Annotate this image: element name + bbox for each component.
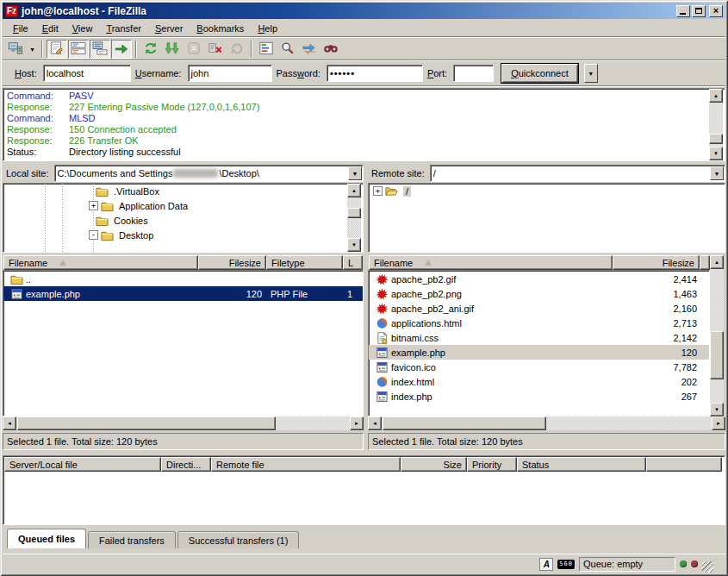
column-header-filesize[interactable]: Filesize xyxy=(198,255,266,270)
folder-icon xyxy=(101,200,114,212)
tree-item-application-data[interactable]: +Application Data xyxy=(3,198,363,213)
expand-icon[interactable]: + xyxy=(373,186,383,196)
queue-column-priority[interactable]: Priority xyxy=(467,457,517,472)
menu-edit[interactable]: Edit xyxy=(35,22,65,35)
refresh-button[interactable] xyxy=(140,40,161,59)
column-header-filetype[interactable]: Filetype xyxy=(266,255,343,270)
scroll-thumb[interactable] xyxy=(709,134,723,144)
file-row-favicon-ico[interactable]: favicon.ico7,782 xyxy=(369,360,709,374)
local-tree-scrollbar[interactable]: ▲ ▼ xyxy=(347,184,361,252)
remote-hscrollbar[interactable]: ◄ ► xyxy=(368,416,725,430)
site-manager-dropdown-icon[interactable]: ▼ xyxy=(27,40,38,59)
file-row-example-php[interactable]: example.php120PHP File1 xyxy=(3,286,363,301)
scroll-thumb[interactable] xyxy=(710,331,724,379)
file-row-apache_pb2-gif[interactable]: apache_pb2.gif2,414 xyxy=(369,272,709,286)
data-type-indicator-icon[interactable]: A xyxy=(539,558,553,571)
queue-column-server-local-file[interactable]: Server/Local file xyxy=(4,457,161,472)
quickconnect-button[interactable]: Quickconnect xyxy=(501,64,578,83)
tree-item-cookies[interactable]: Cookies xyxy=(3,213,363,228)
column-header-filename[interactable]: Filename xyxy=(369,255,613,270)
queue-column-directi-[interactable]: Directi... xyxy=(161,457,211,472)
scroll-right-icon[interactable]: ► xyxy=(712,416,725,430)
scroll-left-icon[interactable]: ◄ xyxy=(368,416,382,430)
local-hscrollbar[interactable]: ◄ ► xyxy=(3,416,364,430)
menu-server[interactable]: Server xyxy=(148,22,190,35)
column-header-filler[interactable] xyxy=(700,255,710,270)
toggle-message-log-button[interactable] xyxy=(47,40,67,59)
queue-column-size[interactable]: Size xyxy=(401,457,467,472)
host-input[interactable]: localhost xyxy=(43,65,131,82)
synchronized-browsing-button[interactable] xyxy=(299,40,320,59)
menu-help[interactable]: Help xyxy=(251,22,284,35)
scroll-down-icon[interactable]: ▼ xyxy=(347,238,361,252)
directory-comparison-button[interactable] xyxy=(277,40,298,59)
port-input[interactable] xyxy=(453,65,494,82)
log-scrollbar[interactable]: ▲ ▼ xyxy=(709,89,723,160)
quickconnect-dropdown-icon[interactable]: ▼ xyxy=(584,64,598,83)
queue-column-remote-file[interactable]: Remote file xyxy=(211,457,401,472)
queue-column-filler[interactable] xyxy=(646,457,722,472)
menu-transfer[interactable]: Transfer xyxy=(99,22,148,35)
minimize-button[interactable] xyxy=(676,5,690,17)
close-button[interactable]: × xyxy=(709,5,723,17)
remote-site-combo[interactable]: / ▼ xyxy=(430,165,725,182)
menu-bookmarks[interactable]: Bookmarks xyxy=(190,22,251,35)
process-queue-button[interactable] xyxy=(162,40,183,59)
expand-icon[interactable]: + xyxy=(89,201,98,210)
menu-file[interactable]: File xyxy=(6,22,35,35)
scroll-up-icon[interactable]: ▲ xyxy=(709,89,723,103)
resize-grip[interactable] xyxy=(702,561,713,573)
tree-item-desktop[interactable]: -Desktop xyxy=(3,228,363,242)
scroll-up-icon[interactable]: ▲ xyxy=(347,184,361,197)
reconnect-button[interactable] xyxy=(227,40,247,59)
file-size-cell: 202 xyxy=(614,377,701,387)
tab-successful-transfers-1-[interactable]: Successful transfers (1) xyxy=(177,531,300,548)
tab-queued-files[interactable]: Queued files xyxy=(7,529,86,548)
file-row-index-php[interactable]: index.php267 xyxy=(369,389,709,404)
tree-item-root[interactable]: +/ xyxy=(369,184,725,198)
combo-dropdown-icon[interactable]: ▼ xyxy=(710,166,724,180)
title-bar[interactable]: Fz john@localhost - FileZilla × xyxy=(3,3,725,19)
file-row-bitnami-css[interactable]: bitnami.css2,142 xyxy=(369,330,709,345)
disconnect-button[interactable] xyxy=(205,40,226,59)
scroll-right-icon[interactable]: ► xyxy=(350,416,364,430)
file-row-apache_pb2_ani-gif[interactable]: apache_pb2_ani.gif2,160 xyxy=(369,301,709,316)
tab-failed-transfers[interactable]: Failed transfers xyxy=(88,531,176,548)
file-row-index-html[interactable]: index.html202 xyxy=(369,374,709,389)
username-input[interactable]: john xyxy=(188,65,272,82)
scroll-thumb[interactable] xyxy=(17,416,276,430)
scroll-left-icon[interactable]: ◄ xyxy=(3,416,16,430)
toggle-remote-tree-button[interactable] xyxy=(90,40,110,59)
file-row-example-php[interactable]: example.php120 xyxy=(369,345,709,360)
directory-filters-button[interactable] xyxy=(256,40,277,59)
column-header-filename[interactable]: Filename xyxy=(3,255,198,270)
remote-status-text: Selected 1 file. Total size: 120 bytes xyxy=(368,433,725,450)
toggle-local-tree-button[interactable] xyxy=(68,40,89,59)
maximize-button[interactable] xyxy=(692,5,706,17)
column-header-l[interactable]: L xyxy=(343,255,363,270)
scroll-thumb[interactable] xyxy=(383,416,546,430)
scroll-up-icon[interactable]: ▲ xyxy=(710,255,724,269)
cancel-operation-button[interactable] xyxy=(184,40,204,59)
file-row-apache_pb2-png[interactable]: apache_pb2.png1,463 xyxy=(369,286,709,301)
queue-column-status[interactable]: Status xyxy=(517,457,646,472)
local-site-combo[interactable]: C:\Documents and Settings\Desktop\ ▼ xyxy=(54,165,364,182)
file-row-applications-html[interactable]: applications.html2,713 xyxy=(369,316,709,330)
password-input[interactable]: •••••• xyxy=(327,65,423,82)
find-files-button[interactable] xyxy=(320,40,341,59)
file-row--[interactable]: .. xyxy=(3,272,363,286)
scroll-thumb[interactable] xyxy=(347,208,361,218)
remote-list-scrollbar[interactable]: ▲ ▼ xyxy=(710,255,724,416)
speed-limits-icon[interactable]: 560 xyxy=(557,560,575,569)
file-name: apache_pb2.gif xyxy=(391,274,456,285)
collapse-icon[interactable]: - xyxy=(89,230,98,240)
log-line-text: MLSD xyxy=(69,113,96,124)
combo-dropdown-icon[interactable]: ▼ xyxy=(348,166,362,180)
scroll-down-icon[interactable]: ▼ xyxy=(710,403,724,416)
column-header-filesize[interactable]: Filesize xyxy=(613,255,700,270)
site-manager-button[interactable] xyxy=(5,40,26,59)
scroll-down-icon[interactable]: ▼ xyxy=(709,147,723,160)
tree-item--virtualbox[interactable]: .VirtualBox xyxy=(3,184,363,198)
menu-view[interactable]: View xyxy=(65,22,100,35)
toggle-queue-button[interactable] xyxy=(111,40,132,59)
